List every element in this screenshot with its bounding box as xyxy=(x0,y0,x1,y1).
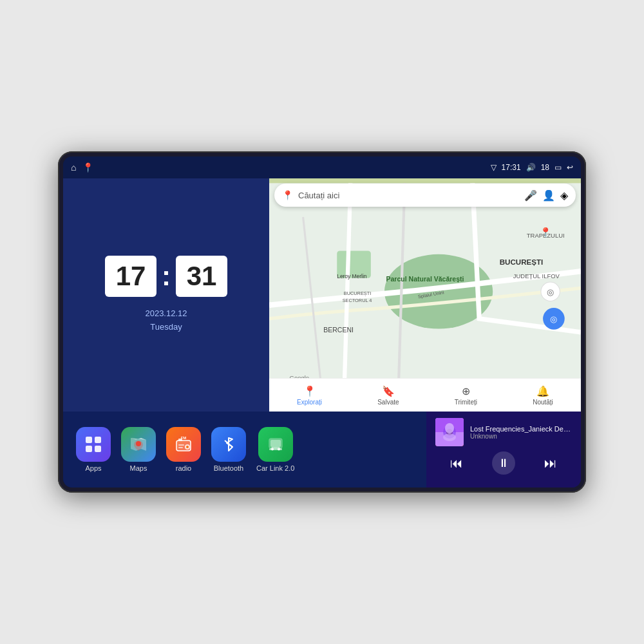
map-bottom-salvate[interactable]: 🔖 Salvate xyxy=(377,385,399,406)
clock-minutes: 31 xyxy=(176,256,227,297)
clock-display: 17 : 31 xyxy=(105,256,227,297)
app-icon-bluetooth[interactable]: Bluetooth xyxy=(211,427,246,472)
clock-colon: : xyxy=(162,261,171,292)
status-right: ▽ 17:31 🔊 18 ▭ ↩ xyxy=(491,163,573,172)
prev-button[interactable]: ⏮ xyxy=(450,456,463,471)
svg-text:JUDEȚUL ILFOV: JUDEȚUL ILFOV xyxy=(513,272,560,279)
map-bottom-explorați[interactable]: 📍 Explorați xyxy=(297,385,322,406)
svg-text:SECTORUL 4: SECTORUL 4 xyxy=(343,298,372,303)
app-icon-maps[interactable]: Maps xyxy=(121,427,156,472)
music-info: Lost Frequencies_Janieck Devy-... Unknow… xyxy=(470,425,572,440)
home-icon[interactable]: ⌂ xyxy=(71,162,76,173)
svg-text:BUCUREȘTI: BUCUREȘTI xyxy=(500,258,543,266)
svg-point-37 xyxy=(278,448,280,451)
map-search-bar[interactable]: 📍 Căutați aici 🎤 👤 ◈ xyxy=(274,184,576,207)
map-bottom-trimiteti[interactable]: ⊕ Trimiteți xyxy=(455,385,477,406)
svg-text:◎: ◎ xyxy=(547,288,554,297)
news-label: Noutăți xyxy=(533,399,553,406)
volume-icon: 🔊 xyxy=(526,163,536,172)
status-bar: ⌂ 📍 ▽ 17:31 🔊 18 ▭ ↩ xyxy=(63,156,581,178)
music-player: Lost Frequencies_Janieck Devy-... Unknow… xyxy=(426,412,581,488)
apps-icon-box xyxy=(76,427,111,462)
maps-label: Maps xyxy=(130,464,147,472)
svg-rect-31 xyxy=(178,444,184,446)
top-section: 17 : 31 2023.12.12 Tuesday 📍 Căutați aic… xyxy=(63,178,581,412)
svg-text:BERCENI: BERCENI xyxy=(323,326,354,334)
svg-rect-19 xyxy=(95,437,101,443)
svg-point-30 xyxy=(186,446,189,448)
play-button[interactable]: ⏸ xyxy=(492,451,515,475)
layers-icon[interactable]: ◈ xyxy=(560,189,568,202)
bottom-section: Apps Maps xyxy=(63,412,581,488)
map-bottom-bar: 📍 Explorați 🔖 Salvate ⊕ Trimiteți 🔔 xyxy=(269,378,581,412)
device: ⌂ 📍 ▽ 17:31 🔊 18 ▭ ↩ 17 : xyxy=(58,151,586,493)
map-search-icons: 🎤 👤 ◈ xyxy=(524,189,568,202)
apps-label: Apps xyxy=(85,464,101,472)
map-panel[interactable]: 📍 Căutați aici 🎤 👤 ◈ xyxy=(269,178,581,412)
clock-panel: 17 : 31 2023.12.12 Tuesday xyxy=(63,178,269,412)
app-icon-apps[interactable]: Apps xyxy=(76,427,111,472)
carlink-icon-box xyxy=(258,427,293,462)
device-screen: ⌂ 📍 ▽ 17:31 🔊 18 ▭ ↩ 17 : xyxy=(63,156,581,488)
svg-point-36 xyxy=(271,448,274,451)
signal-icon: ▽ xyxy=(491,163,497,172)
map-search-text[interactable]: Căutați aici xyxy=(298,191,519,200)
svg-rect-32 xyxy=(178,447,183,448)
radio-label: radio xyxy=(176,464,191,472)
news-icon: 🔔 xyxy=(536,385,549,397)
svg-rect-18 xyxy=(86,437,92,443)
maps-icon-box xyxy=(121,427,156,462)
app-icon-carlink[interactable]: Car Link 2.0 xyxy=(256,427,294,472)
main-content: 17 : 31 2023.12.12 Tuesday 📍 Căutați aic… xyxy=(63,178,581,488)
svg-point-43 xyxy=(443,433,456,441)
account-icon[interactable]: 👤 xyxy=(542,189,555,202)
clock-date: 2023.12.12 Tuesday xyxy=(145,307,187,334)
app-icon-radio[interactable]: FM radio xyxy=(166,427,201,472)
back-icon[interactable]: ↩ xyxy=(567,163,573,172)
radio-icon-box: FM xyxy=(166,427,201,462)
explore-label: Explorați xyxy=(297,399,322,406)
next-button[interactable]: ⏭ xyxy=(544,456,557,471)
bluetooth-icon-box xyxy=(211,427,246,462)
svg-text:Parcul Natural Văcărești: Parcul Natural Văcărești xyxy=(386,275,464,283)
music-artist: Unknown xyxy=(470,433,572,440)
music-title: Lost Frequencies_Janieck Devy-... xyxy=(470,425,572,433)
mic-icon[interactable]: 🎤 xyxy=(524,189,537,202)
share-icon: ⊕ xyxy=(462,385,470,397)
svg-rect-20 xyxy=(86,446,92,452)
share-label: Trimiteți xyxy=(455,399,477,406)
status-time: 17:31 xyxy=(502,163,521,172)
svg-rect-21 xyxy=(95,446,101,452)
saved-icon: 🔖 xyxy=(382,385,395,397)
svg-text:📍: 📍 xyxy=(540,227,552,238)
svg-text:FM: FM xyxy=(181,436,187,440)
status-left: ⌂ 📍 xyxy=(71,162,93,173)
map-svg: Parcul Natural Văcărești BUCUREȘTI JUDEȚ… xyxy=(269,178,581,412)
maps-status-icon[interactable]: 📍 xyxy=(82,162,93,173)
clock-date-value: 2023.12.12 xyxy=(145,307,187,321)
carlink-label: Car Link 2.0 xyxy=(256,464,294,472)
battery-level: 18 xyxy=(541,163,549,172)
map-pin-icon: 📍 xyxy=(282,190,293,200)
explore-icon: 📍 xyxy=(303,385,316,397)
clock-day: Tuesday xyxy=(145,321,187,334)
map-bottom-noutati[interactable]: 🔔 Noutăți xyxy=(533,385,553,406)
bluetooth-label: Bluetooth xyxy=(214,464,243,472)
music-top: Lost Frequencies_Janieck Devy-... Unknow… xyxy=(435,418,572,446)
music-controls: ⏮ ⏸ ⏭ xyxy=(435,451,572,475)
svg-point-42 xyxy=(445,423,454,433)
battery-icon: ▭ xyxy=(554,163,562,172)
svg-text:BUCUREȘTI: BUCUREȘTI xyxy=(344,290,372,296)
music-thumbnail xyxy=(435,418,464,446)
svg-text:Leroy Merlin: Leroy Merlin xyxy=(337,273,367,279)
svg-text:◎: ◎ xyxy=(550,315,557,324)
svg-rect-34 xyxy=(270,440,281,447)
clock-hours: 17 xyxy=(105,256,156,297)
saved-label: Salvate xyxy=(377,399,399,406)
app-icons-area: Apps Maps xyxy=(63,412,426,488)
